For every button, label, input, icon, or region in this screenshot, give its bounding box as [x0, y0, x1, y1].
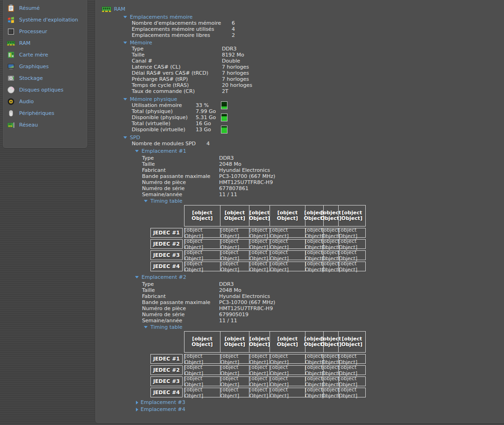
row-header: JEDEC #1 [150, 354, 183, 364]
info-row: Emplacements mémoire utilisés 4 [102, 26, 504, 32]
column-header: [object Object] [270, 205, 305, 226]
table-cell: [object Object] [305, 354, 323, 363]
info-label: Numéro de série [142, 185, 219, 191]
sidebar-item-label: Stockage [19, 75, 43, 81]
timing-table-head: [object Object] [object Object] [object … [184, 331, 366, 353]
info-row: Délai RAS# vers CAS# (tRCD) 7 horloges [102, 70, 504, 76]
table-cell: [object Object] [323, 354, 338, 363]
sidebar-item[interactable]: Stockage [3, 72, 87, 84]
info-row: Taux de commande (CR) 2T [102, 88, 504, 94]
sidebar-item[interactable]: Graphiques [3, 61, 87, 72]
info-label: Total (virtuelle) [132, 120, 196, 127]
table-cell: [object Object] [220, 366, 249, 375]
sidebar-item-label: Résumé [19, 5, 40, 11]
sidebar-item-label: RAM [19, 40, 30, 46]
row-cells: [object Object] [object Object] [object … [184, 250, 366, 260]
table-cell: [object Object] [305, 251, 323, 260]
row-header: JEDEC #4 [150, 262, 183, 271]
info-label: Taille [142, 161, 219, 167]
slot-header[interactable]: Emplacement #4 [102, 406, 504, 412]
sidebar-item[interactable]: Résumé [3, 2, 87, 14]
clipboard-icon [7, 4, 15, 12]
info-label: Fabricant [142, 167, 219, 173]
info-value: 7 horloges [222, 76, 249, 82]
info-value: 679905019 [219, 312, 248, 318]
info-label: Canal # [132, 58, 222, 64]
info-label: Latence CAS# (CL) [132, 64, 222, 70]
sidebar-item[interactable]: Audio [3, 96, 87, 107]
row-cells: [object Object] [object Object] [object … [184, 354, 366, 364]
info-label: Taille [132, 52, 222, 58]
table-cell: [object Object] [323, 388, 338, 397]
table-cell: [object Object] [185, 377, 220, 386]
sidebar-item-label: Système d'exploitation [19, 17, 78, 23]
slot-header[interactable]: Emplacement #2 [102, 274, 504, 280]
info-value: 7.99 Go [196, 108, 221, 114]
column-header: [object Object] [220, 332, 249, 352]
table-row: JEDEC #3 [object Object] [object Object] [150, 376, 504, 386]
info-row: Taille 8192 Mo [102, 52, 504, 58]
sidebar-item-label: Périphériques [19, 110, 54, 116]
timing-table-head: [object Object] [object Object] [object … [184, 205, 366, 227]
ram-icon [7, 39, 15, 47]
table-cell: [object Object] [249, 354, 270, 363]
table-cell: [object Object] [270, 240, 305, 248]
section-header-physical-memory[interactable]: Mémoire physique [102, 96, 504, 102]
section-header-memory-slots[interactable]: Emplacements mémoire [102, 14, 504, 20]
sidebar-item[interactable]: Réseau [3, 119, 87, 131]
table-cell: [object Object] [323, 377, 338, 386]
table-cell: [object Object] [220, 251, 249, 260]
info-row: Précharge RAS# (tRP) 7 horloges [102, 76, 504, 82]
spd-slot: Emplacement #2 Type DDR3 [102, 274, 504, 397]
section-header-memory[interactable]: Mémoire [102, 40, 504, 46]
timing-table-header[interactable]: Timing table [102, 198, 504, 204]
section-physical-memory: Mémoire physique Utilisation mémoire 33 … [102, 96, 504, 133]
table-cell: [object Object] [305, 262, 323, 271]
collapse-arrow-icon [123, 42, 127, 44]
row-header: JEDEC #3 [150, 250, 183, 260]
info-row: Semaine/année 11 / 11 [102, 191, 504, 198]
sidebar-item[interactable]: Disques optiques [3, 84, 87, 96]
table-cell: [object Object] [249, 240, 270, 248]
info-value: PC3-10700 (667 MHz) [219, 173, 275, 179]
table-row: JEDEC #2 [object Object] [object Object] [150, 239, 504, 249]
sidebar-item[interactable]: RAM [3, 37, 87, 49]
memory-gauge [221, 113, 227, 121]
display-icon [7, 63, 15, 71]
slot-header[interactable]: Emplacement #1 [102, 148, 504, 154]
section-header-spd[interactable]: SPD [102, 135, 504, 141]
memory-gauge [221, 101, 227, 109]
info-label: Taille [142, 287, 219, 293]
info-value: PC3-10700 (667 MHz) [219, 299, 275, 305]
sidebar-item[interactable]: Processeur [3, 26, 87, 37]
info-value: 4 [232, 26, 235, 32]
sidebar-item[interactable]: Système d'exploitation [3, 14, 87, 26]
table-cell: [object Object] [270, 262, 305, 271]
timing-table-body: JEDEC #1 [object Object] [object Object] [150, 228, 504, 271]
memory-gauge [221, 126, 227, 134]
info-row: Canal # Double [102, 58, 504, 64]
sidebar-item[interactable]: Carte mère [3, 49, 87, 61]
column-header: [object Object] [338, 332, 365, 352]
mouse-icon [7, 109, 15, 117]
info-row: Fabricant Hyundai Electronics [102, 167, 504, 173]
sidebar-item-label: Audio [19, 99, 34, 105]
info-label: Nombre d'emplacements mémoire [132, 20, 232, 26]
info-value: Double [222, 58, 240, 64]
timing-table-header[interactable]: Timing table [102, 324, 504, 330]
table-row: JEDEC #4 [object Object] [object Object] [150, 262, 504, 271]
table-row: JEDEC #1 [object Object] [object Object] [150, 228, 504, 238]
timing-table: [object Object] [object Object] [object … [150, 205, 504, 271]
slot-header[interactable]: Emplacement #3 [102, 399, 504, 405]
page-title-row: RAM [102, 6, 504, 13]
table-row: JEDEC #4 [object Object] [object Object] [150, 388, 504, 397]
sidebar-item[interactable]: Périphériques [3, 107, 87, 119]
slot-body: Type DDR3 Taille 2048 Mo [102, 281, 504, 397]
table-cell: [object Object] [185, 228, 220, 237]
table-row: JEDEC #2 [object Object] [object Object] [150, 365, 504, 375]
column-header: [object Object] [338, 205, 365, 226]
info-row: Disponible (virtuelle) 13 Go [102, 127, 504, 133]
spd-slot: Emplacement #3 [102, 399, 504, 405]
table-cell: [object Object] [338, 262, 365, 271]
section-rows: Utilisation mémoire 33 % Total (physique… [102, 102, 504, 133]
